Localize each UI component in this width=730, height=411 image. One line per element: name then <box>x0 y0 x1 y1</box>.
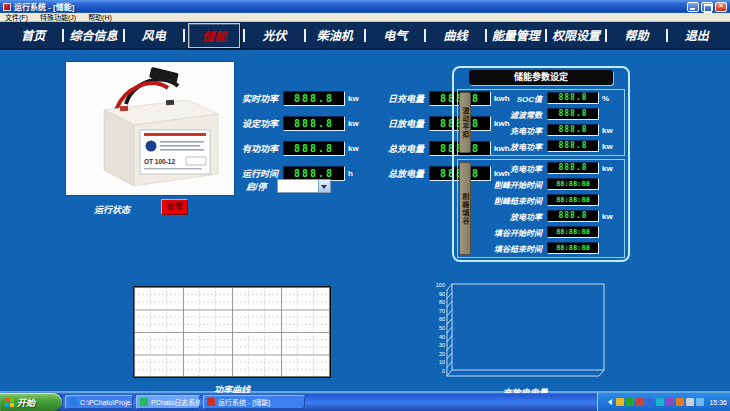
tray-icon[interactable] <box>636 398 644 406</box>
system-tray: 15:36 <box>597 393 730 411</box>
nav-item-permissions[interactable]: 权限设置 <box>547 26 605 44</box>
menu-bar: 文件(F) 特殊功能(J) 帮助(H) <box>0 13 730 22</box>
svg-text:20: 20 <box>439 351 445 357</box>
charge-power-display[interactable]: 888.8 <box>547 124 599 136</box>
window-title: 运行系统 - [储能] <box>14 1 687 12</box>
svg-text:70: 70 <box>439 308 445 314</box>
chevron-down-icon[interactable] <box>318 180 330 192</box>
svg-text:30: 30 <box>439 342 445 348</box>
nav-item-help[interactable]: 帮助 <box>607 26 665 44</box>
svg-text:0: 0 <box>442 368 445 374</box>
app-window: 运行系统 - [储能] 文件(F) 特殊功能(J) 帮助(H) 首页 综合信息 … <box>0 0 730 411</box>
charge-discharge-chart: 100 90 80 70 60 50 40 30 20 10 0 <box>428 280 618 382</box>
svg-text:50: 50 <box>439 325 445 331</box>
power-curve-chart <box>133 286 331 378</box>
log-app-icon <box>140 398 148 406</box>
valley-discharge-power-display[interactable]: 888.8 <box>547 210 599 222</box>
peak-start-time-display[interactable]: 88:88:88 <box>547 178 599 190</box>
nav-item-energy-mgmt[interactable]: 能量管理 <box>487 26 545 44</box>
start-button[interactable]: 开始 <box>0 393 62 411</box>
folder-window-icon <box>69 398 77 406</box>
nav-item-exit[interactable]: 退出 <box>668 26 726 44</box>
power-curve-grid <box>134 287 330 377</box>
start-stop-dropdown[interactable] <box>277 179 331 193</box>
nav-item-overview[interactable]: 综合信息 <box>64 26 122 44</box>
group-side-button-smoothing[interactable]: 波动平抑 <box>459 92 471 153</box>
realtime-power-display: 888.8 <box>283 91 345 106</box>
svg-text:80: 80 <box>439 299 445 305</box>
nav-item-electric[interactable]: 电气 <box>366 26 424 44</box>
tray-icon[interactable] <box>616 398 624 406</box>
group-side-button-peak-shaving[interactable]: 削峰填谷 <box>459 162 471 255</box>
nav-item-storage[interactable]: 储能 <box>185 23 243 48</box>
svg-text:100: 100 <box>436 282 445 288</box>
nav-bar: 首页 综合信息 风电 储能 光伏 柴油机 电气 曲线 能量管理 权限设置 帮助 … <box>0 22 730 50</box>
tray-icon[interactable] <box>646 398 654 406</box>
windows-logo-icon <box>5 398 14 407</box>
window-titlebar: 运行系统 - [储能] <box>0 0 730 13</box>
start-stop-label: 启/停 <box>246 180 267 193</box>
svg-text:40: 40 <box>439 334 445 340</box>
dropdown-value <box>278 180 318 192</box>
taskbar: 开始 C:\PChato\Proje... PChato日志系统 运行系统 - … <box>0 393 730 411</box>
taskbar-task-run-system[interactable]: 运行系统 - [储能] <box>203 395 305 409</box>
filter-constant-display[interactable]: 888.8 <box>547 108 599 120</box>
set-power-display: 888.8 <box>283 116 345 131</box>
tray-icon[interactable] <box>666 398 674 406</box>
nav-item-pv[interactable]: 光伏 <box>245 26 303 44</box>
run-status-label: 运行状态 <box>94 203 130 216</box>
discharge-power-display[interactable]: 888.8 <box>547 140 599 152</box>
group-fluctuation-smoothing: 波动平抑 SOC值888.8% 滤波常数888.8 充电功率888.8kw 放电… <box>457 89 625 156</box>
nav-item-home[interactable]: 首页 <box>4 26 62 44</box>
settings-panel-title: 储能参数设定 <box>469 70 613 85</box>
taskbar-task-explorer[interactable]: C:\PChato\Proje... <box>65 395 133 409</box>
tray-icon[interactable] <box>626 398 634 406</box>
close-icon[interactable] <box>715 2 727 12</box>
svg-text:10: 10 <box>439 359 445 365</box>
charge-discharge-axes: 100 90 80 70 60 50 40 30 20 10 0 <box>428 280 618 382</box>
battery-model-label: OT 100-12 <box>144 158 175 165</box>
app-icon <box>3 3 11 11</box>
battery-illustration: OT 100-12 <box>66 62 234 195</box>
main-content: OT 100-12 运行状态 故障 实时功率 888.8 kw 日充电量 888… <box>0 50 730 393</box>
tray-collapse-icon[interactable] <box>605 399 612 405</box>
soc-setting-display[interactable]: 888.8 <box>547 92 599 104</box>
maximize-icon[interactable] <box>701 2 713 12</box>
valley-end-time-display[interactable]: 88:88:88 <box>547 242 599 254</box>
peak-charge-power-display[interactable]: 888.8 <box>547 162 599 174</box>
nav-item-wind[interactable]: 风电 <box>125 26 183 44</box>
status-badge: 故障 <box>161 199 188 215</box>
menu-special-functions[interactable]: 特殊功能(J) <box>40 12 76 22</box>
minimize-icon[interactable] <box>687 2 699 12</box>
battery-image: OT 100-12 <box>66 62 234 195</box>
nav-item-diesel[interactable]: 柴油机 <box>306 26 364 44</box>
start-stop-row: 启/停 <box>246 179 331 193</box>
tray-icon[interactable] <box>686 398 694 406</box>
group-peak-shaving: 削峰填谷 充电功率888.8kw 削峰开始时间88:88:88 削峰结束时间88… <box>457 159 625 258</box>
taskbar-clock: 15:36 <box>709 399 727 406</box>
tray-icon[interactable] <box>676 398 684 406</box>
menu-file[interactable]: 文件(F) <box>5 12 28 22</box>
run-system-app-icon <box>207 398 215 406</box>
taskbar-task-log-system[interactable]: PChato日志系统 <box>136 395 200 409</box>
tray-icon[interactable] <box>696 398 704 406</box>
menu-help[interactable]: 帮助(H) <box>88 12 112 22</box>
storage-settings-panel: 储能参数设定 波动平抑 SOC值888.8% 滤波常数888.8 充电功率888… <box>452 66 630 262</box>
svg-text:60: 60 <box>439 316 445 322</box>
tray-icon[interactable] <box>656 398 664 406</box>
peak-end-time-display[interactable]: 88:88:88 <box>547 194 599 206</box>
svg-text:90: 90 <box>439 291 445 297</box>
active-power-display: 888.8 <box>283 141 345 156</box>
valley-start-time-display[interactable]: 88:88:88 <box>547 226 599 238</box>
nav-item-curves[interactable]: 曲线 <box>426 26 484 44</box>
